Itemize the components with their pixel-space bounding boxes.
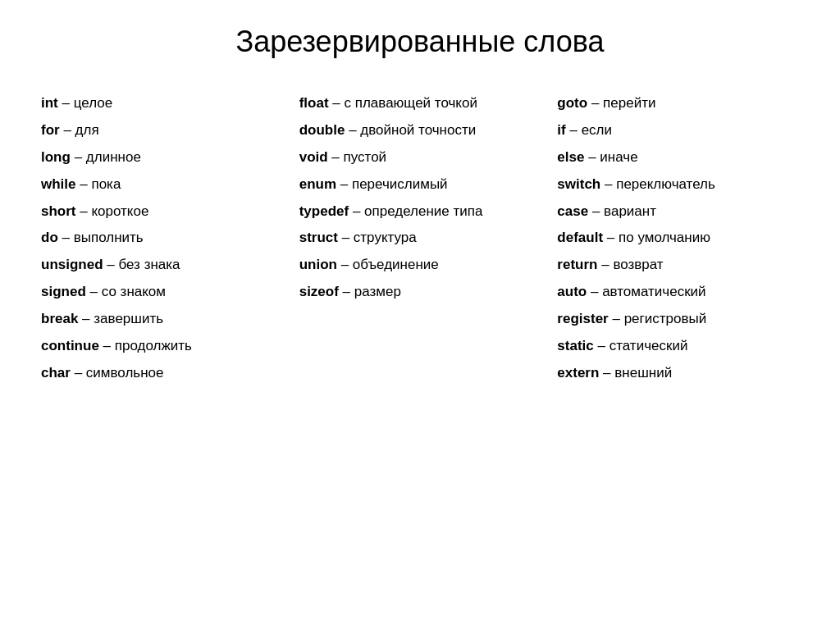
keyword: unsigned — [41, 257, 103, 272]
definition: автоматический — [602, 284, 705, 299]
dash: – — [103, 338, 115, 353]
dash: – — [353, 203, 364, 219]
column-2: float – с плавающей точкой double – двой… — [299, 92, 541, 308]
list-item: struct – структура — [299, 226, 541, 250]
list-item: char – символьное — [41, 362, 283, 385]
definition: со знаком — [102, 284, 166, 299]
dash: – — [591, 284, 602, 299]
dash: – — [340, 176, 352, 192]
dash: – — [605, 176, 616, 192]
keyword: static — [557, 338, 593, 353]
keyword: default — [557, 230, 603, 245]
list-item: else – иначе — [557, 146, 799, 170]
dash: – — [591, 95, 603, 111]
list-item: extern – внешний — [557, 362, 799, 385]
definition: выполнить — [74, 230, 144, 245]
list-item: while – пока — [41, 173, 283, 197]
definition: пока — [91, 176, 121, 192]
definition: перейти — [603, 95, 655, 111]
column-3: goto – перейти if – если else – иначе sw… — [557, 92, 799, 389]
definition: для — [75, 122, 99, 138]
dash: – — [332, 95, 344, 111]
keyword: enum — [299, 176, 336, 192]
dash: – — [342, 230, 354, 245]
dash: – — [62, 230, 74, 245]
definition: двойной точности — [360, 122, 476, 138]
keyword: break — [41, 311, 78, 326]
dash: – — [107, 257, 118, 272]
list-item: float – с плавающей точкой — [299, 92, 541, 116]
keyword: signed — [41, 284, 86, 299]
definition: объединение — [353, 257, 439, 272]
list-item: do – выполнить — [41, 226, 283, 250]
dash: – — [607, 230, 619, 245]
definition: структура — [354, 230, 417, 245]
definition: с плавающей точкой — [344, 95, 477, 111]
keyword: goto — [557, 95, 587, 111]
definition: символьное — [86, 365, 164, 381]
dash: – — [601, 257, 613, 272]
keyword: case — [557, 203, 588, 219]
list-item: sizeof – размер — [299, 280, 541, 304]
list-item: break – завершить — [41, 308, 283, 331]
list-item: double – двойной точности — [299, 119, 541, 143]
definition: вариант — [604, 203, 656, 219]
definition: длинное — [86, 149, 141, 165]
page-title: Зарезервированные слова — [41, 25, 799, 59]
list-item: static – статический — [557, 335, 799, 358]
list-item: goto – перейти — [557, 92, 799, 116]
keyword: long — [41, 149, 71, 165]
list-item: enum – перечислимый — [299, 173, 541, 197]
list-item: default – по умолчанию — [557, 226, 799, 250]
definition: статический — [609, 338, 688, 353]
keyword: register — [557, 311, 608, 326]
definition: без знака — [118, 257, 180, 272]
content-area: int – целое for – для long – длинное whi… — [41, 92, 799, 389]
list-item: union – объединение — [299, 253, 541, 277]
list-item: void – пустой — [299, 146, 541, 170]
keyword: short — [41, 203, 76, 219]
dash: – — [603, 365, 614, 381]
keyword: switch — [557, 176, 600, 192]
keyword: char — [41, 365, 71, 381]
keyword: int — [41, 95, 58, 111]
list-item: register – регистровый — [557, 308, 799, 331]
definition: завершить — [94, 311, 163, 326]
dash: – — [331, 149, 343, 165]
keyword: double — [299, 122, 345, 138]
list-item: auto – автоматический — [557, 280, 799, 304]
keyword: struct — [299, 230, 338, 245]
dash: – — [80, 203, 91, 219]
definition: переключатель — [616, 176, 715, 192]
keyword: continue — [41, 338, 99, 353]
dash: – — [569, 122, 581, 138]
definition: регистровый — [624, 311, 707, 326]
definition: перечислимый — [352, 176, 448, 192]
definition: размер — [354, 284, 401, 299]
keyword: extern — [557, 365, 599, 381]
list-item: if – если — [557, 119, 799, 143]
definition: иначе — [600, 149, 637, 165]
definition: короткое — [91, 203, 148, 219]
keyword: auto — [557, 284, 587, 299]
keyword: sizeof — [299, 284, 339, 299]
list-item: return – возврат — [557, 253, 799, 277]
keyword: do — [41, 230, 58, 245]
list-item: long – длинное — [41, 146, 283, 170]
definition: возврат — [613, 257, 663, 272]
dash: – — [75, 149, 86, 165]
dash: – — [588, 149, 600, 165]
dash: – — [349, 122, 360, 138]
dash: – — [80, 176, 91, 192]
keyword: while — [41, 176, 76, 192]
column-1: int – целое for – для long – длинное whi… — [41, 92, 283, 389]
list-item: for – для — [41, 119, 283, 143]
dash: – — [82, 311, 94, 326]
keyword: void — [299, 149, 328, 165]
definition: целое — [74, 95, 112, 111]
keyword: if — [557, 122, 565, 138]
dash: – — [341, 257, 353, 272]
list-item: short – короткое — [41, 200, 283, 224]
dash: – — [63, 122, 75, 138]
dash: – — [598, 338, 609, 353]
